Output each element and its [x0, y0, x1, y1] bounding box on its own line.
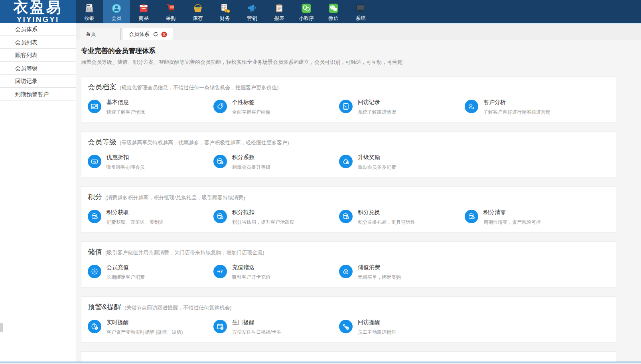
section-points: 积分(消费越多积分越高，积分抵现/兑换礼品，吸引顾客持续消费)+积分获取消费获取…: [81, 186, 616, 232]
sidebar-item-expiry-warning[interactable]: 到期预警客户: [0, 88, 76, 101]
app-logo[interactable]: 衣盈易 YIYINGYI: [0, 0, 76, 23]
logo-subtext: YIYINGYI: [0, 16, 76, 23]
section-note: (关键节点回访跟进提醒，不错过任何复购机会): [124, 304, 232, 311]
points-earn-icon: +: [88, 210, 101, 223]
recharge-gift-icon: ¥: [213, 265, 227, 278]
feature-card[interactable]: 客户分析了解客户喜好进行精准跟进营销: [465, 99, 590, 116]
card-title: 回访提醒: [358, 319, 396, 326]
section-title: 会员等级: [88, 137, 116, 147]
nav-item-label: 报表: [274, 15, 284, 22]
card-desc: 快速了解客户情况: [107, 109, 145, 116]
sidebar-item-member-system[interactable]: 会员体系: [0, 23, 76, 36]
marketing-icon: [246, 2, 258, 14]
card-title: 积分获取: [107, 209, 164, 216]
system-icon: [355, 2, 367, 14]
feature-card[interactable]: 生日提醒方便发送生日祝福/卡券: [213, 319, 339, 336]
nav-item-label: 财务: [220, 15, 230, 22]
nav-item-label: 收银: [85, 15, 95, 22]
feature-card[interactable]: 0积分清零周期性清零，资产风险可控: [465, 209, 590, 226]
feature-card[interactable]: R积分兑换积分兑换礼品，更具可玩性: [339, 209, 465, 226]
card-desc: 吸引顾客办理会员: [107, 164, 145, 171]
section-note: (消费越多积分越高，积分抵现/兑换礼品，吸引顾客持续消费): [105, 194, 245, 201]
content-area: 专业完善的会员管理体系 涵盖会员等级、储值、积分方案、智能提醒等完善的会员功能，…: [76, 41, 641, 362]
nav-item-report[interactable]: 报表: [266, 0, 293, 23]
nav-item-label: 采购: [166, 15, 176, 22]
points-exchange-icon: R: [339, 210, 353, 223]
feature-card[interactable]: 升级奖励激励会员多多消费: [339, 154, 465, 171]
wechat-icon: [327, 2, 339, 14]
nav-item-marketing[interactable]: 营销: [239, 0, 266, 23]
card-title: 积分清零: [483, 209, 541, 216]
feature-card[interactable]: N积分系数刺激会员提升等级: [213, 154, 339, 171]
nav-item-inventory[interactable]: 库存: [184, 0, 211, 23]
card-text: 回访提醒员工主动跟进销售: [358, 319, 396, 336]
card-title: 回访记录: [358, 99, 396, 106]
feature-card[interactable]: ¥积分抵扣积分当钱用，提升客户活跃度: [213, 209, 339, 226]
sidebar-item-member-level[interactable]: 会员等级: [0, 62, 76, 75]
card-desc: 刺激会员提升等级: [232, 164, 270, 171]
card-desc: 积分当钱用，提升客户活跃度: [232, 219, 294, 226]
sidebar-item-customer-list[interactable]: 顾客列表: [0, 49, 76, 62]
card-desc: 员工主动跟进销售: [358, 329, 396, 336]
card-list: 充会员充值长期绑定客户消费¥充值赠送吸引客户开卡充值¥储值消费无感买单，绑定复购: [88, 264, 616, 281]
nav-item-finance[interactable]: ¥财务: [211, 0, 239, 23]
top-navbar: 衣盈易 YIYINGYI 收银会员商品采购库存¥财务营销报表小程序微信系统: [0, 0, 641, 23]
section-title: 积分: [88, 192, 102, 202]
card-text: 会员充值长期绑定客户消费: [107, 264, 145, 281]
feature-card[interactable]: 充会员充值长期绑定客户消费: [88, 264, 213, 281]
svg-text:R: R: [347, 216, 348, 219]
nav-item-goods[interactable]: 商品: [130, 0, 157, 23]
card-title: 积分抵扣: [232, 209, 294, 216]
cashier-icon: [83, 2, 95, 14]
card-text: 积分兑换积分兑换礼品，更具可玩性: [358, 209, 415, 226]
sidebar-item-member-list[interactable]: 会员列表: [0, 36, 76, 49]
nav-item-wechat[interactable]: 微信: [320, 0, 347, 23]
sidebar-scrollbar-thumb[interactable]: [0, 323, 3, 332]
card-list: 基本信息快速了解客户情况个性标签全面掌握客户画像回访记录系统了解跟进情况客户分析…: [88, 99, 616, 116]
card-desc: 方便发送生日祝福/卡券: [232, 329, 281, 336]
nav-item-label: 会员: [112, 15, 122, 22]
card-title: 客户分析: [483, 99, 550, 106]
feature-card[interactable]: 个性标签全面掌握客户画像: [213, 99, 339, 116]
nav-item-system[interactable]: 系统: [347, 0, 374, 23]
feature-card[interactable]: 基本信息快速了解客户情况: [88, 99, 213, 116]
nav-item-label: 系统: [356, 15, 366, 22]
card-desc: 无感买单，绑定复购: [358, 274, 401, 281]
card-text: 基本信息快速了解客户情况: [107, 99, 145, 116]
nav-item-miniprogram[interactable]: 小程序: [293, 0, 320, 23]
section-title: 储值: [88, 247, 102, 257]
nav-item-member[interactable]: 会员: [103, 0, 130, 23]
feature-card[interactable]: 回访提醒员工主动跟进销售: [339, 319, 465, 336]
feature-card[interactable]: ¥充值赠送吸引客户开卡充值: [213, 264, 339, 281]
feature-card[interactable]: 回访记录系统了解跟进情况: [339, 99, 465, 116]
card-title: 积分系数: [232, 154, 270, 161]
section-warning-remind: 预警&提醒(关键节点回访跟进提醒，不错过任何复购机会)实时提醒客户资产变动实时提…: [81, 296, 616, 342]
feature-card[interactable]: ¥储值消费无感买单，绑定复购: [339, 264, 465, 281]
section-partial: [81, 351, 616, 362]
feature-card[interactable]: 实时提醒客户资产变动实时提醒 (微信、短信): [88, 319, 213, 336]
page-subtitle: 涵盖会员等级、储值、积分方案、智能提醒等完善的会员功能，轻松实现全业务场景会员体…: [81, 59, 641, 66]
card-text: 实时提醒客户资产变动实时提醒 (微信、短信): [107, 319, 183, 336]
sidebar: 会员体系会员列表顾客列表会员等级回访记录到期预警客户: [0, 23, 76, 364]
card-desc: 了解客户喜好进行精准跟进营销: [483, 109, 550, 116]
points-coefficient-icon: N: [213, 155, 227, 168]
refresh-icon[interactable]: [153, 31, 158, 37]
card-text: 积分清零周期性清零，资产风险可控: [483, 209, 541, 226]
card-list: %优惠折扣吸引顾客办理会员N积分系数刺激会员提升等级升级奖励激励会员多多消费: [88, 154, 616, 171]
feature-card[interactable]: %优惠折扣吸引顾客办理会员: [88, 154, 213, 171]
horizontal-scrollbar[interactable]: [0, 362, 641, 364]
feature-card[interactable]: +积分获取消费获取、充值送、签到送: [88, 209, 213, 226]
nav-item-cashier[interactable]: 收银: [76, 0, 103, 23]
sidebar-item-visit-records[interactable]: 回访记录: [0, 75, 76, 88]
tab-home[interactable]: 首页: [80, 28, 121, 40]
close-icon[interactable]: [161, 31, 167, 37]
main-area: 首页会员体系 专业完善的会员管理体系 涵盖会员等级、储值、积分方案、智能提醒等完…: [76, 23, 641, 364]
svg-text:¥: ¥: [345, 271, 347, 273]
card-title: 会员充值: [107, 264, 145, 271]
tab-label: 会员体系: [129, 31, 150, 38]
miniprogram-icon: [300, 2, 312, 14]
card-desc: 系统了解跟进情况: [358, 109, 396, 116]
upgrade-reward-icon: [339, 155, 353, 168]
nav-item-purchase[interactable]: 采购: [157, 0, 184, 23]
tab-member-system[interactable]: 会员体系: [123, 28, 173, 40]
